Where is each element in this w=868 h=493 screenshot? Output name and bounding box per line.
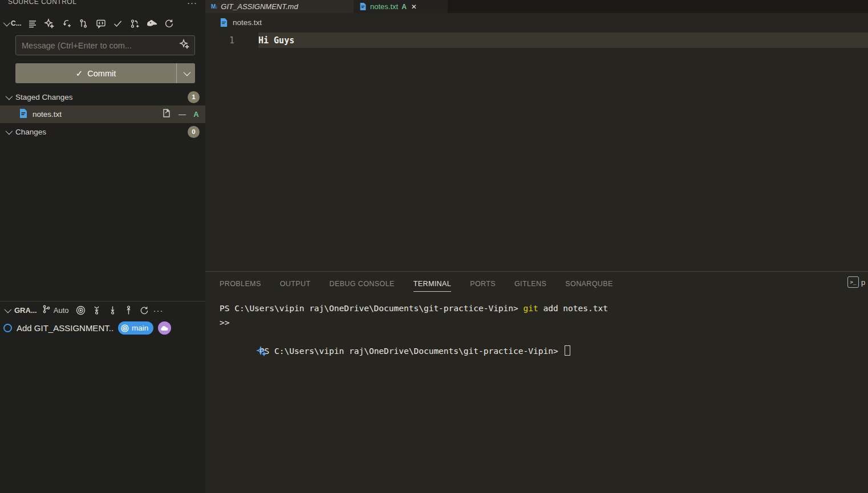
commit-message-input[interactable]: Message (Ctrl+Enter to com... bbox=[15, 35, 195, 55]
commit-dropdown-button[interactable] bbox=[176, 63, 195, 83]
terminal-cursor bbox=[565, 345, 570, 356]
tab-gitlens[interactable]: GITLENS bbox=[514, 276, 546, 291]
commit-graph-icon[interactable] bbox=[76, 17, 91, 30]
terminal-command-args: add notes.txt bbox=[538, 304, 608, 313]
branch-badge[interactable]: main bbox=[118, 321, 153, 335]
unstage-changes-icon[interactable]: — bbox=[179, 110, 186, 119]
target-icon[interactable] bbox=[73, 304, 88, 317]
file-icon bbox=[220, 18, 228, 27]
panel-right-actions: >_ p bbox=[847, 276, 868, 288]
changes-header[interactable]: Changes 0 bbox=[0, 123, 205, 140]
pull-icon[interactable] bbox=[105, 304, 120, 317]
terminal-prompt: PS C:\Users\vipin raj\OneDrive\Documents… bbox=[259, 347, 563, 356]
editor-tab-strip: M↓ GIT_ASSIGNMENT.md notes.txt A ✕ bbox=[205, 0, 868, 13]
commit-button-label: Commit bbox=[87, 69, 116, 78]
terminal-line: PS C:\Users\vipin raj\OneDrive\Documents… bbox=[205, 330, 868, 344]
source-control-sidebar: SOURCE CONTROL ··· C... bbox=[0, 0, 205, 493]
more-actions-icon[interactable]: ··· bbox=[187, 0, 197, 7]
tab-terminal[interactable]: TERMINAL bbox=[413, 276, 451, 292]
gitkraken-icon[interactable] bbox=[145, 17, 160, 30]
tab-problems[interactable]: PROBLEMS bbox=[220, 276, 261, 291]
tab-label: GIT_ASSIGNMENT.md bbox=[221, 2, 298, 11]
branch-name: main bbox=[132, 324, 148, 332]
vscode-window: SOURCE CONTROL ··· C... bbox=[0, 0, 868, 493]
graph-auto-label[interactable]: Auto bbox=[54, 306, 69, 315]
graph-section: GRA... Auto bbox=[0, 301, 205, 493]
chevron-down-icon bbox=[183, 69, 190, 76]
comment-code-icon[interactable] bbox=[94, 17, 108, 30]
check-icon: ✓ bbox=[76, 68, 83, 79]
code-line: 1 Hi Guys bbox=[205, 32, 868, 48]
source-control-toolbar: C... bbox=[3, 15, 202, 32]
git-status-badge: A bbox=[193, 110, 200, 119]
commit-button[interactable]: ✓ Commit bbox=[15, 63, 195, 83]
terminal-view[interactable]: PS C:\Users\vipin raj\OneDrive\Documents… bbox=[205, 301, 868, 493]
push-icon[interactable] bbox=[121, 304, 136, 317]
git-status-badge: A bbox=[401, 3, 407, 11]
tab-label: notes.txt bbox=[370, 2, 398, 11]
chevron-down-icon bbox=[5, 306, 12, 313]
chevron-down-icon[interactable] bbox=[3, 19, 11, 26]
tab-git-assignment-md[interactable]: M↓ GIT_ASSIGNMENT.md bbox=[205, 0, 354, 13]
branch-icon bbox=[42, 304, 51, 316]
tab-ports[interactable]: PORTS bbox=[470, 276, 496, 291]
branch-create-icon[interactable] bbox=[59, 17, 74, 30]
changes-count-badge: 0 bbox=[188, 126, 200, 138]
commit-button-main[interactable]: ✓ Commit bbox=[15, 63, 176, 83]
file-icon bbox=[359, 2, 367, 11]
code-text: Hi Guys bbox=[258, 35, 294, 46]
breadcrumb-file: notes.txt bbox=[233, 18, 262, 27]
graph-more-actions-icon[interactable]: ··· bbox=[153, 305, 163, 315]
terminal-line: >> bbox=[205, 316, 868, 330]
breadcrumb[interactable]: notes.txt bbox=[205, 13, 868, 31]
graph-commit-row[interactable]: Add GIT_ASSIGNMENT.... main bbox=[0, 319, 205, 337]
sidebar-title-row: SOURCE CONTROL ··· bbox=[0, 0, 205, 7]
open-file-icon[interactable] bbox=[161, 108, 172, 121]
line-number: 1 bbox=[205, 35, 258, 46]
file-row-actions: — A bbox=[161, 108, 200, 121]
markdown-icon: M↓ bbox=[211, 3, 217, 10]
commit-check-icon[interactable] bbox=[111, 17, 125, 30]
copilot-sparkle-icon[interactable] bbox=[42, 17, 57, 30]
chevron-down-icon bbox=[6, 127, 13, 135]
terminal-line: PS C:\Users\vipin raj\OneDrive\Documents… bbox=[205, 301, 868, 316]
graph-title: GRA... bbox=[14, 306, 37, 315]
commit-node-icon bbox=[3, 324, 12, 332]
staged-file-name: notes.txt bbox=[33, 110, 161, 119]
close-icon[interactable]: ✕ bbox=[411, 3, 417, 11]
bottom-panel: PROBLEMS OUTPUT DEBUG CONSOLE TERMINAL P… bbox=[205, 271, 868, 493]
refresh-icon[interactable] bbox=[137, 304, 152, 317]
file-icon bbox=[19, 108, 28, 121]
terminal-icon[interactable]: >_ bbox=[847, 276, 859, 288]
copilot-sparkle-icon[interactable] bbox=[206, 332, 267, 376]
create-pull-request-icon[interactable] bbox=[128, 17, 143, 30]
sidebar-title: SOURCE CONTROL bbox=[8, 0, 76, 7]
tab-debug-console[interactable]: DEBUG CONSOLE bbox=[329, 276, 394, 291]
repo-label[interactable]: C... bbox=[11, 19, 22, 27]
commit-message-placeholder: Message (Ctrl+Enter to com... bbox=[22, 41, 179, 50]
staged-changes-header[interactable]: Staged Changes 1 bbox=[0, 88, 205, 105]
terminal-prompt: PS C:\Users\vipin raj\OneDrive\Documents… bbox=[220, 304, 524, 313]
staged-changes-label: Staged Changes bbox=[15, 93, 188, 101]
current-line-highlight bbox=[258, 32, 868, 48]
sparkle-icon[interactable] bbox=[179, 39, 190, 52]
tab-notes-txt[interactable]: notes.txt A ✕ bbox=[354, 0, 448, 13]
changes-label: Changes bbox=[15, 128, 188, 136]
fetch-icon[interactable] bbox=[89, 304, 104, 317]
tab-sonarqube[interactable]: SONARQUBE bbox=[565, 276, 613, 291]
chevron-down-icon bbox=[6, 92, 13, 100]
refresh-icon[interactable] bbox=[162, 17, 177, 30]
staged-file-row[interactable]: notes.txt — A bbox=[0, 105, 205, 123]
graph-section-header[interactable]: GRA... Auto bbox=[0, 301, 205, 319]
view-as-list-icon[interactable] bbox=[25, 17, 40, 30]
cloud-badge[interactable] bbox=[158, 321, 171, 335]
terminal-continuation: >> bbox=[220, 318, 229, 327]
editor-area: M↓ GIT_ASSIGNMENT.md notes.txt A ✕ notes… bbox=[205, 0, 868, 271]
terminal-shell-label[interactable]: p bbox=[861, 278, 865, 287]
code-editor[interactable]: 1 Hi Guys bbox=[205, 31, 868, 271]
staged-count-badge: 1 bbox=[188, 91, 200, 103]
commit-message: Add GIT_ASSIGNMENT.... bbox=[17, 323, 113, 333]
tab-output[interactable]: OUTPUT bbox=[280, 276, 311, 291]
terminal-command: git bbox=[524, 304, 538, 313]
panel-tab-bar: PROBLEMS OUTPUT DEBUG CONSOLE TERMINAL P… bbox=[205, 272, 868, 296]
